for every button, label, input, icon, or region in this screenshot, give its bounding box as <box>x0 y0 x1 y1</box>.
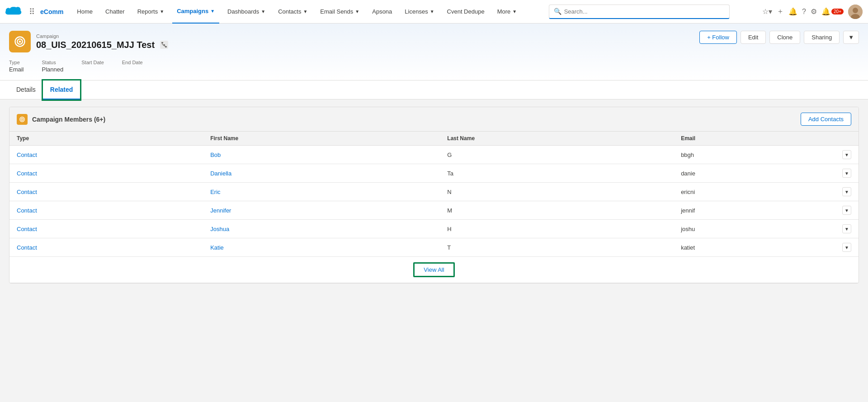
row-action-button[interactable]: ▼ <box>842 187 851 196</box>
edit-button[interactable]: Edit <box>741 31 766 44</box>
salesforce-logo[interactable] <box>5 3 24 21</box>
bell-icon[interactable]: 🔔 <box>788 7 797 16</box>
row-type-link[interactable]: Contact <box>17 170 37 177</box>
tab-related[interactable]: Related <box>43 80 80 99</box>
campaign-members-card: Campaign Members (6+) Add Contacts Type … <box>9 107 859 284</box>
clone-button[interactable]: Clone <box>769 31 800 44</box>
row-type-link[interactable]: Contact <box>17 226 37 232</box>
row-action-button[interactable]: ▼ <box>842 224 851 233</box>
nav-chatter[interactable]: Chatter <box>101 0 129 24</box>
row-email: jennif <box>681 207 695 214</box>
table-row: Contact Joshua H joshu ▼ <box>9 220 859 238</box>
search-input[interactable] <box>564 8 725 15</box>
gear-icon[interactable]: ⚙ <box>811 7 817 16</box>
nav-campaigns[interactable]: Campaigns ▼ <box>172 0 219 24</box>
row-email: katiet <box>681 244 695 251</box>
status-label: Status <box>42 60 64 65</box>
campaign-members-title: Campaign Members (6+) <box>32 116 105 123</box>
nav-licenses[interactable]: Licenses ▼ <box>400 0 439 24</box>
actions-dropdown-button[interactable]: ▼ <box>843 31 859 44</box>
nav-more[interactable]: More ▼ <box>493 0 522 24</box>
app-grid-icon[interactable]: ⠿ <box>29 7 35 17</box>
hierarchy-icon[interactable] <box>160 41 168 49</box>
record-header: Campaign 08_UIS_20210615_MJJ Test <box>0 24 868 80</box>
avatar[interactable] <box>848 5 863 19</box>
add-icon[interactable]: ＋ <box>777 7 784 16</box>
row-first-name-link[interactable]: Eric <box>210 189 220 195</box>
follow-button[interactable]: + Follow <box>699 31 737 44</box>
campaigns-chevron-icon: ▼ <box>210 9 215 14</box>
row-first-name-link[interactable]: Joshua <box>210 226 229 232</box>
tab-details[interactable]: Details <box>9 80 43 99</box>
row-last-name: G <box>447 151 452 158</box>
col-first-name: First Name <box>203 132 440 146</box>
table-row: Contact Jennifer M jennif ▼ <box>9 201 859 220</box>
row-email: joshu <box>681 226 695 232</box>
table-header-row: Type First Name Last Name Email <box>9 132 859 146</box>
table-row: Contact Katie T katiet ▼ <box>9 238 859 257</box>
search-icon: 🔍 <box>554 8 561 15</box>
contacts-chevron-icon: ▼ <box>303 9 307 14</box>
record-actions: + Follow Edit Clone Sharing ▼ <box>699 31 859 44</box>
col-type: Type <box>9 132 203 146</box>
status-value: Planned <box>42 66 64 73</box>
dashboards-chevron-icon: ▼ <box>261 9 265 14</box>
nav-home[interactable]: Home <box>72 0 97 24</box>
table-row: Contact Daniella Ta danie ▼ <box>9 164 859 183</box>
row-email: danie <box>681 170 695 177</box>
svg-point-15 <box>22 119 23 120</box>
email-sends-chevron-icon: ▼ <box>355 9 359 14</box>
help-icon[interactable]: ? <box>802 8 806 16</box>
end-date-label: End Date <box>122 60 143 65</box>
col-last-name: Last Name <box>440 132 674 146</box>
record-meta: Type Email Status Planned Start Date End… <box>9 60 859 73</box>
view-all-row: View All <box>9 257 859 283</box>
row-type-link[interactable]: Contact <box>17 189 37 195</box>
row-last-name: M <box>447 207 452 214</box>
add-contacts-button[interactable]: Add Contacts <box>801 113 851 126</box>
notifications-icon[interactable]: 🔔20+ <box>821 7 844 16</box>
row-type-link[interactable]: Contact <box>17 207 37 214</box>
campaign-members-table: Type First Name Last Name Email Contact … <box>9 132 859 283</box>
record-title: 08_UIS_20210615_MJJ Test <box>36 40 168 50</box>
row-first-name-link[interactable]: Daniella <box>210 170 231 177</box>
nav-contacts[interactable]: Contacts ▼ <box>274 0 312 24</box>
row-first-name-link[interactable]: Katie <box>210 244 224 251</box>
svg-point-1 <box>853 8 858 13</box>
top-navigation: ⠿ eComm Home Chatter Reports ▼ Campaigns… <box>0 0 868 24</box>
svg-point-5 <box>19 41 21 43</box>
row-last-name: H <box>447 226 451 232</box>
row-first-name-link[interactable]: Bob <box>210 151 221 158</box>
top-nav-right-icons: ☆▾ ＋ 🔔 ? ⚙ 🔔20+ <box>762 5 863 19</box>
view-all-link[interactable]: View All <box>413 262 454 277</box>
nav-email-sends[interactable]: Email Sends ▼ <box>316 0 364 24</box>
nav-cvent-dedupe[interactable]: Cvent Dedupe <box>443 0 489 24</box>
nav-dashboards[interactable]: Dashboards ▼ <box>223 0 270 24</box>
sharing-button[interactable]: Sharing <box>804 31 840 44</box>
more-chevron-icon: ▼ <box>512 9 517 14</box>
nav-reports[interactable]: Reports ▼ <box>133 0 169 24</box>
record-object-label: Campaign <box>36 33 168 39</box>
svg-rect-6 <box>161 42 163 43</box>
tabs-bar: Details Related <box>0 80 868 99</box>
row-last-name: Ta <box>447 170 453 177</box>
row-email: ericni <box>681 189 695 195</box>
start-date-label: Start Date <box>81 60 104 65</box>
row-action-button[interactable]: ▼ <box>842 206 851 215</box>
row-action-button[interactable]: ▼ <box>842 169 851 178</box>
row-type-link[interactable]: Contact <box>17 151 37 158</box>
row-last-name: T <box>447 244 451 251</box>
col-actions-header <box>835 132 859 146</box>
type-value: Email <box>9 66 24 73</box>
col-email: Email <box>674 132 835 146</box>
campaign-members-icon <box>17 114 28 125</box>
row-action-button[interactable]: ▼ <box>842 150 851 159</box>
row-action-button[interactable]: ▼ <box>842 243 851 252</box>
row-last-name: N <box>447 189 451 195</box>
table-row: Contact Eric N ericni ▼ <box>9 183 859 201</box>
row-type-link[interactable]: Contact <box>17 244 37 251</box>
favorites-icon[interactable]: ☆▾ <box>762 7 772 16</box>
row-first-name-link[interactable]: Jennifer <box>210 207 231 214</box>
nav-apsona[interactable]: Apsona <box>368 0 396 24</box>
app-name: eComm <box>40 8 63 15</box>
